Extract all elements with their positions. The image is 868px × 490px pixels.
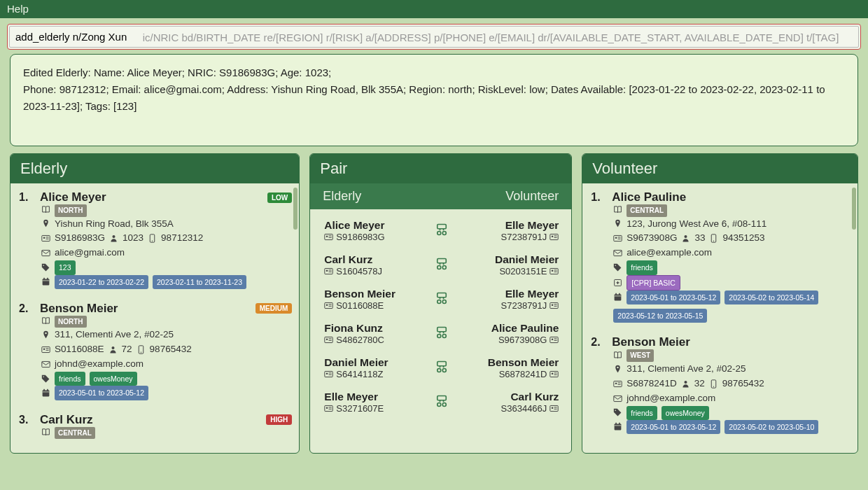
pair-link-icon [433, 223, 450, 239]
pair-volunteer-nric: S3634466J [501, 403, 547, 414]
pair-row[interactable]: Daniel MeierS6414118ZBenson MeierS687824… [317, 351, 566, 385]
id-icon [550, 370, 559, 379]
menubar: Help [0, 0, 868, 18]
pin-icon [613, 365, 622, 374]
menu-help[interactable]: Help [7, 3, 29, 15]
id-icon [613, 379, 622, 388]
tag: friends [55, 372, 85, 386]
person-card[interactable]: 2.Benson MeierWEST311, Clementi Ave 2, #… [589, 332, 852, 437]
pair-panel: Pair Elderly Volunteer Alice MeyerS91869… [309, 153, 572, 454]
date-range: 2023-05-01 to 2023-05-12 [55, 386, 148, 400]
email: alice@gmai.com [55, 246, 125, 260]
nric: S6878241D [626, 377, 676, 391]
risk-badge: LOW [267, 192, 292, 203]
book-icon [41, 428, 50, 438]
command-box: ic/NRIC bd/BIRTH_DATE re/[REGION] r/[RIS… [7, 24, 861, 50]
phone-icon [148, 234, 157, 243]
email: johnd@example.com [55, 357, 144, 372]
address: Yishun Ring Road, Blk 355A [55, 217, 174, 232]
pair-row[interactable]: Carl KurzS1604578JDaniel MeierS0203151E [317, 248, 566, 282]
id-icon [550, 232, 559, 241]
pair-volunteer-nric: S6878241D [499, 369, 547, 379]
pair-subheader: Elderly Volunteer [310, 183, 571, 209]
pair-list[interactable]: Alice MeyerS9186983GElle MeyerS7238791JC… [310, 209, 571, 453]
pair-elderly-nric: S4862780C [336, 335, 384, 345]
book-icon [41, 317, 50, 326]
pin-icon [613, 219, 622, 228]
address: 311, Clementi Ave 2, #02-25 [55, 328, 174, 342]
book-icon [613, 206, 622, 215]
region-tag: NORTH [55, 204, 87, 217]
pair-volunteer-nric: S0203151E [499, 266, 547, 276]
pair-header: Pair [310, 154, 571, 183]
id-icon [550, 335, 559, 344]
tag: owesMoney [90, 372, 137, 386]
mail-icon [41, 248, 50, 258]
calendar-icon [41, 277, 50, 286]
elderly-list[interactable]: 1.Alice MeyerLOWNORTHYishun Ring Road, B… [10, 183, 299, 453]
pair-row[interactable]: Benson MeierS0116088EElle MeyerS7238791J [317, 282, 566, 316]
scrollbar[interactable] [852, 188, 856, 230]
age: 33 [694, 231, 705, 246]
elderly-panel: Elderly 1.Alice MeyerLOWNORTHYishun Ring… [10, 153, 300, 454]
card-index: 2. [591, 336, 605, 349]
pair-link-icon [433, 394, 450, 410]
pair-elderly-nric: S3271607E [336, 403, 384, 414]
pin-icon [41, 219, 50, 228]
book-icon [613, 351, 622, 360]
calendar-icon [613, 422, 622, 431]
id-icon [324, 404, 333, 413]
pair-row[interactable]: Alice MeyerS9186983GElle MeyerS7238791J [317, 214, 566, 248]
person-card[interactable]: 1.Alice MeyerLOWNORTHYishun Ring Road, B… [18, 188, 293, 292]
pair-sub-elderly: Elderly [323, 189, 361, 204]
pair-elderly-name: Elle Meyer [324, 391, 433, 403]
person-card[interactable]: 2.Benson MeierMEDIUMNORTH311, Clementi A… [18, 299, 293, 403]
person-card[interactable]: 3.Carl KurzHIGHCENTRAL [18, 410, 293, 442]
pair-elderly-nric: S0116088E [336, 300, 384, 311]
pair-elderly-name: Fiona Kunz [324, 322, 433, 335]
book-icon [41, 206, 50, 215]
pair-row[interactable]: Fiona KunzS4862780CAlice PaulineS9673908… [317, 316, 566, 351]
tag: friends [626, 406, 657, 420]
pair-volunteer-name: Benson Meier [450, 356, 559, 369]
pair-row[interactable]: Elle MeyerS3271607ECarl KurzS3634466J [317, 385, 566, 419]
pair-elderly-name: Daniel Meier [324, 356, 433, 369]
phone: 98765432 [150, 342, 192, 357]
pair-volunteer-name: Alice Pauline [450, 322, 559, 335]
region-tag: WEST [626, 349, 654, 362]
pair-volunteer-nric: S9673908G [498, 335, 547, 345]
pair-elderly-nric: S9186983G [336, 232, 384, 242]
volunteer-header: Volunteer [582, 154, 858, 183]
card-index: 3. [19, 414, 33, 426]
phone-icon [709, 379, 718, 388]
date-range: 2023-05-12 to 2023-05-15 [613, 309, 707, 323]
nric: S0116088E [55, 342, 104, 357]
pair-volunteer-name: Daniel Meier [450, 253, 559, 266]
card-name: Carl Kurz [40, 413, 259, 427]
person-card[interactable]: 1.Alice PaulineCENTRAL123, Jurong West A… [589, 188, 852, 326]
medical-tag: [CPR] BASIC [626, 275, 680, 290]
card-name: Alice Meyer [40, 190, 260, 204]
region-tag: CENTRAL [55, 427, 95, 440]
card-index: 2. [19, 302, 33, 315]
phone: 94351253 [722, 231, 764, 246]
card-index: 1. [19, 191, 33, 204]
date-range: 2023-05-01 to 2023-05-12 [626, 420, 720, 434]
command-input[interactable] [9, 26, 859, 48]
pair-volunteer-nric: S7238791J [501, 300, 547, 311]
risk-badge: MEDIUM [255, 303, 293, 314]
volunteer-list[interactable]: 1.Alice PaulineCENTRAL123, Jurong West A… [582, 183, 858, 453]
id-icon [324, 232, 333, 241]
scrollbar[interactable] [293, 188, 298, 230]
tag-icon [41, 263, 50, 272]
region-tag: CENTRAL [626, 204, 667, 217]
id-icon [550, 267, 559, 276]
date-range: 2023-05-02 to 2023-05-14 [724, 290, 818, 304]
id-icon [324, 301, 333, 310]
person-icon [681, 379, 690, 388]
volunteer-panel: Volunteer 1.Alice PaulineCENTRAL123, Jur… [582, 153, 858, 454]
age: 72 [122, 342, 132, 357]
age: 1023 [122, 231, 144, 246]
id-icon [324, 370, 333, 379]
address: 123, Jurong West Ave 6, #08-111 [626, 217, 766, 232]
